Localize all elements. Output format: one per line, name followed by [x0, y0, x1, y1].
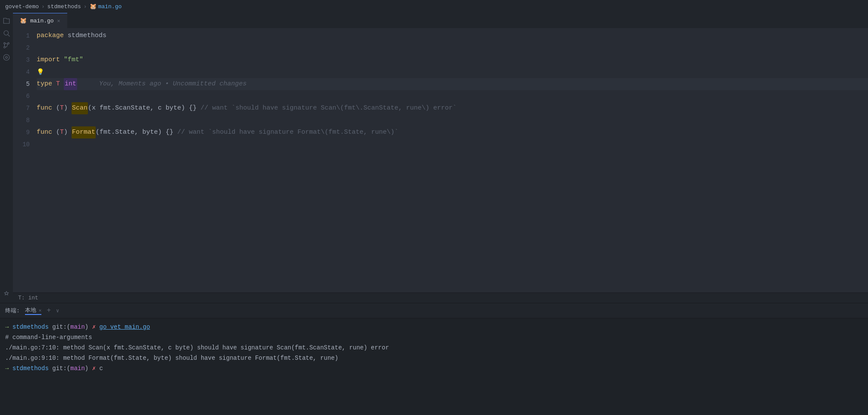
keyword-import: import — [37, 54, 60, 66]
prompt-arrow-2: → — [5, 365, 9, 372]
svg-point-6 — [3, 54, 9, 60]
func2-space — [52, 126, 56, 138]
breadcrumb-file[interactable]: main.go — [98, 3, 122, 10]
line-num-1: 1 — [13, 30, 30, 42]
func1-receiver-open: ( — [56, 102, 60, 114]
func1-receiver-close: ) — [64, 102, 68, 114]
terminal-area: 终端: 本地 ✕ + ∨ → stdmethods git:(main) ✗ g… — [0, 303, 868, 415]
prompt-git-label-1: git:( — [52, 324, 70, 330]
breadcrumb-sep2: › — [84, 3, 87, 10]
code-line-2 — [37, 42, 868, 54]
terminal-line-5: → stdmethods git:(main) ✗ c — [5, 363, 863, 374]
func2-space2 — [68, 126, 72, 138]
line-num-7: 7 — [13, 102, 30, 114]
code-line-4: 💡 — [37, 66, 868, 78]
source-control-icon[interactable] — [2, 41, 11, 50]
svg-point-4 — [8, 43, 9, 44]
activity-bar — [0, 13, 13, 303]
line-numbers: 1 2 3 4 5 6 7 8 9 10 — [13, 28, 37, 284]
tab-close-button[interactable]: ✕ — [57, 18, 60, 24]
keyword-func-1: func — [37, 102, 52, 114]
func1-name: Scan — [72, 102, 88, 114]
terminal-content: → stdmethods git:(main) ✗ go vet main.go… — [0, 318, 868, 415]
terminal-line-3: ./main.go:7:10: method Scan(x fmt.ScanSt… — [5, 343, 863, 353]
code-line-8 — [37, 114, 868, 126]
code-line-9: func ( T ) Format (fmt.State, byte) {} /… — [37, 126, 868, 138]
breadcrumb-root[interactable]: govet-demo — [5, 3, 39, 10]
terminal-line-2: # command-line-arguments — [5, 332, 863, 343]
prompt-branch-1: main — [70, 324, 85, 330]
code-editor[interactable]: 1 2 3 4 5 6 7 8 9 10 package stdmethods — [13, 28, 868, 292]
terminal-tab-label: 本地 — [25, 306, 36, 314]
type-hint-text: T: int — [18, 295, 38, 301]
prompt-dir-2: stdmethods — [12, 365, 49, 372]
code-line-10 — [37, 138, 868, 151]
tab-main-go[interactable]: 🐹 main.go ✕ — [13, 13, 67, 28]
prompt-cross-1: ✗ — [92, 324, 96, 330]
breadcrumb-sep1: › — [41, 3, 45, 10]
line-num-3: 3 — [13, 54, 30, 66]
terminal-error-1: ./main.go:7:10: method Scan(x fmt.ScanSt… — [5, 344, 389, 351]
import-space — [60, 54, 64, 66]
terminal-line-1: → stdmethods git:(main) ✗ go vet main.go — [5, 322, 863, 332]
terminal-tab-local[interactable]: 本地 ✕ — [25, 306, 42, 315]
svg-point-3 — [4, 47, 6, 48]
keyword-package: package — [37, 30, 64, 42]
func1-receiver: T — [60, 102, 64, 114]
svg-point-0 — [4, 31, 9, 35]
line-num-10: 10 — [13, 138, 30, 151]
terminal-cmd-2: c — [100, 365, 103, 372]
prompt-dir-1: stdmethods — [12, 324, 49, 330]
code-line-5: type T int You, Moments ago • Uncommitte… — [37, 78, 868, 90]
debug-icon[interactable] — [2, 53, 11, 62]
terminal-add-button[interactable]: + — [47, 307, 51, 314]
svg-point-2 — [4, 43, 6, 44]
go-file-icon: 🐹 — [90, 3, 97, 10]
code-line-1: package stdmethods — [37, 30, 868, 42]
breadcrumb-bar: govet-demo › stdmethods › 🐹 main.go — [0, 0, 868, 13]
terminal-chevron-icon[interactable]: ∨ — [56, 308, 59, 314]
code-line-7: func ( T ) Scan (x fmt.ScanState, c byte… — [37, 102, 868, 114]
prompt-git-close-1: ) — [85, 324, 88, 330]
func2-params: (fmt.State, byte) {} — [96, 126, 177, 138]
bulb-icon[interactable]: 💡 — [37, 66, 44, 78]
line-num-4: 4 — [13, 66, 30, 78]
breadcrumb-sub1[interactable]: stdmethods — [47, 3, 81, 10]
keyword-type: type — [37, 78, 52, 90]
func2-receiver-close: ) — [64, 126, 68, 138]
prompt-git-close-2: ) — [85, 365, 88, 372]
prompt-branch-2: main — [70, 365, 85, 372]
terminal-tab-close[interactable]: ✕ — [39, 308, 42, 313]
line-num-6: 6 — [13, 90, 30, 102]
type-base: int — [64, 78, 77, 90]
func1-comment: // want `should have signature Scan\(fmt… — [200, 102, 456, 114]
terminal-cmd-1: go vet main.go — [100, 324, 150, 330]
extensions-icon[interactable] — [2, 290, 11, 299]
tab-go-icon: 🐹 — [20, 17, 27, 24]
terminal-tab-bar: 终端: 本地 ✕ + ∨ — [0, 303, 868, 318]
type-hint-bar: T: int — [13, 292, 868, 303]
type-space — [52, 78, 56, 90]
tab-bar: 🐹 main.go ✕ — [13, 13, 868, 28]
func1-space2 — [68, 102, 72, 114]
func1-params: (x fmt.ScanState, c byte) {} — [88, 102, 200, 114]
func2-receiver: T — [60, 126, 64, 138]
code-line-3: import "fmt" — [37, 54, 868, 66]
svg-line-1 — [8, 35, 9, 36]
line-num-5: 5 — [13, 78, 30, 90]
explorer-icon[interactable] — [2, 16, 11, 26]
prompt-git-label-2: git:( — [52, 365, 70, 372]
search-icon[interactable] — [2, 28, 11, 38]
prompt-arrow-1: → — [5, 324, 9, 330]
terminal-line-4: ./main.go:9:10: method Format(fmt.State,… — [5, 353, 863, 363]
code-line-6 — [37, 90, 868, 102]
func2-name: Format — [72, 126, 96, 138]
func2-comment: // want `should have signature Format\(f… — [177, 126, 398, 138]
terminal-comment: # command-line-arguments — [5, 334, 92, 341]
git-blame: You, Moments ago • Uncommitted changes — [87, 78, 247, 90]
type-space2 — [60, 78, 64, 90]
editor-container: 🐹 main.go ✕ 1 2 3 4 5 6 7 8 9 10 — [13, 13, 868, 303]
terminal-error-2: ./main.go:9:10: method Format(fmt.State,… — [5, 355, 338, 362]
terminal-label: 终端: — [5, 307, 20, 314]
main-area: 🐹 main.go ✕ 1 2 3 4 5 6 7 8 9 10 — [0, 13, 868, 303]
